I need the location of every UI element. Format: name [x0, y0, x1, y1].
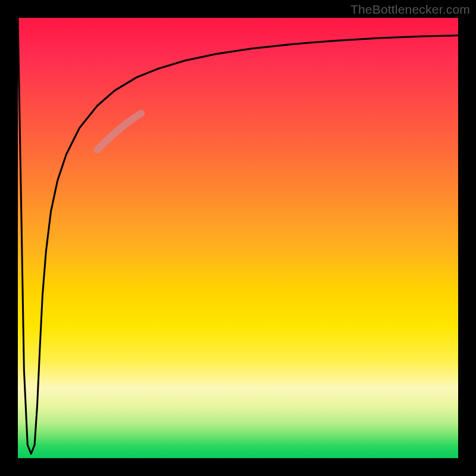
highlight-segment	[97, 114, 141, 150]
bottleneck-curve	[18, 18, 458, 454]
curve-layer	[18, 18, 458, 458]
chart-stage: TheBottlenecker.com	[0, 0, 476, 476]
watermark-text: TheBottlenecker.com	[350, 2, 470, 17]
plot-area	[18, 18, 458, 458]
